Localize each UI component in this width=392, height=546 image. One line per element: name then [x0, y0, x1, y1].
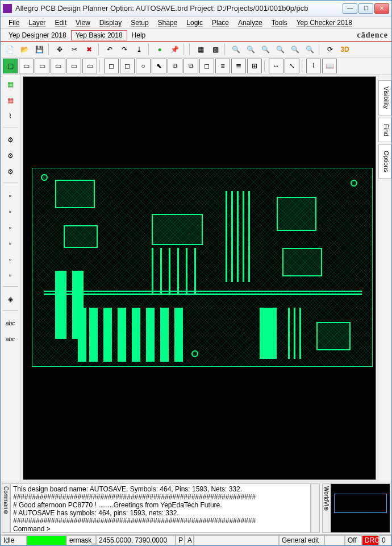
sq3-button[interactable]: ◻: [199, 59, 214, 73]
zoom-world-button[interactable]: 🔍: [273, 43, 287, 56]
worldview-tab[interactable]: WorldVi⊕: [322, 483, 331, 533]
book-button[interactable]: 📖: [322, 59, 337, 73]
new-button[interactable]: 📄: [3, 43, 16, 56]
separator: [184, 44, 186, 55]
route-icon: ⌇: [312, 62, 315, 70]
toolbar-main: 📄📂💾✥✂✖↶↷⤓●📌▦▩🔍🔍🔍🔍🔍🔍⟳3D: [1, 42, 391, 57]
menu-view[interactable]: View: [71, 18, 95, 28]
zoom-fit-button[interactable]: 🔍: [229, 43, 243, 56]
menu-edit[interactable]: Edit: [50, 18, 71, 28]
undo-icon: ↶: [107, 46, 112, 53]
status-mode: Idle: [1, 535, 27, 545]
right-tab-options[interactable]: Options: [378, 144, 391, 179]
console-scrollbar[interactable]: [311, 483, 320, 533]
pin-button[interactable]: 📌: [168, 43, 181, 56]
dim-h-button[interactable]: ↔: [269, 59, 283, 73]
down-button[interactable]: ⤓: [132, 43, 146, 56]
worldview-canvas[interactable]: [331, 483, 390, 533]
menu-file[interactable]: File: [4, 18, 24, 28]
comp-green-button[interactable]: ▦: [2, 77, 19, 92]
menu-display[interactable]: Display: [95, 18, 126, 28]
window-title: Allegro PCB Design Planner Option: AUTOS…: [15, 4, 343, 13]
maximize-button[interactable]: ☐: [358, 3, 373, 14]
design-canvas[interactable]: [23, 76, 376, 480]
3d-button[interactable]: 3D: [338, 43, 352, 56]
rect5-button[interactable]: ▭: [82, 59, 97, 73]
status-p-button[interactable]: P: [176, 535, 185, 545]
menu-yep-basic-2018[interactable]: Yep Basic 2018: [71, 30, 127, 40]
g1-button[interactable]: ▫: [2, 188, 19, 203]
sq1-button[interactable]: ◻: [104, 59, 119, 73]
right-tab-visibility[interactable]: Visibility: [378, 80, 391, 115]
g6-button[interactable]: ▫: [2, 268, 19, 283]
comp-wire-icon: ⌇: [9, 112, 12, 120]
dim-diag-button[interactable]: ⤡: [285, 59, 299, 73]
g4-button[interactable]: ▫: [2, 236, 19, 251]
tool-b-button[interactable]: ⚙: [2, 148, 19, 163]
grp-button[interactable]: ⊞: [247, 59, 262, 73]
rect4-button[interactable]: ▭: [66, 59, 81, 73]
txt-abc2-button[interactable]: abc: [2, 332, 19, 346]
menu-help[interactable]: Help: [127, 30, 151, 40]
align1-button[interactable]: ≡: [215, 59, 230, 73]
zoom-sel-button[interactable]: 🔍: [303, 43, 316, 56]
sphere-button[interactable]: ●: [153, 43, 166, 56]
redo-button[interactable]: ↷: [118, 43, 131, 56]
cut-button[interactable]: ✂: [68, 43, 81, 56]
route-button[interactable]: ⌇: [306, 59, 321, 73]
menu-yep-designer-2018[interactable]: Yep Designer 2018: [4, 30, 71, 40]
grid2-button[interactable]: ▩: [208, 43, 222, 56]
save-button[interactable]: 💾: [32, 43, 46, 56]
align2-button[interactable]: ≣: [231, 59, 246, 73]
zoom-in-button[interactable]: 🔍: [244, 43, 257, 56]
status-a-button[interactable]: A: [185, 535, 194, 545]
zoom-out-button[interactable]: 🔍: [258, 43, 272, 56]
move-button[interactable]: ✥: [53, 43, 66, 56]
menu-place[interactable]: Place: [207, 18, 233, 28]
delete-button[interactable]: ✖: [82, 43, 96, 56]
console-tab[interactable]: Comman⊕: [2, 483, 10, 533]
separator: [3, 183, 18, 185]
comp-red-button[interactable]: ▦: [2, 93, 19, 107]
rect2-button[interactable]: ▭: [35, 59, 49, 73]
arrow-button[interactable]: ⬉: [152, 59, 166, 73]
menu-setup[interactable]: Setup: [126, 18, 153, 28]
status-edit-mode[interactable]: General edit: [279, 535, 324, 545]
zoom-prev-icon: 🔍: [291, 46, 299, 53]
g5-button[interactable]: ▫: [2, 252, 19, 267]
extents-green-button[interactable]: ▢: [3, 59, 18, 73]
undo-button[interactable]: ↶: [103, 43, 116, 56]
sq2-button[interactable]: ◻: [120, 59, 135, 73]
conn-button[interactable]: ◈: [2, 292, 19, 307]
minimize-button[interactable]: —: [343, 3, 357, 14]
menu-analyze[interactable]: Analyze: [233, 18, 267, 28]
zoom-prev-button[interactable]: 🔍: [288, 43, 302, 56]
refresh-button[interactable]: ⟳: [323, 43, 337, 56]
menu-layer[interactable]: Layer: [24, 18, 50, 28]
rect1-button[interactable]: ▭: [19, 59, 34, 73]
copy2-button[interactable]: ⧉: [184, 59, 198, 73]
arrow-icon: ⬉: [156, 62, 162, 70]
status-drc[interactable]: DRC: [362, 535, 379, 545]
status-layer[interactable]: ermask_: [66, 535, 96, 545]
g2-button[interactable]: ▫: [2, 204, 19, 219]
circle-button[interactable]: ○: [136, 59, 151, 73]
menu-yep-checker-2018[interactable]: Yep Checker 2018: [292, 18, 357, 28]
copy1-button[interactable]: ⧉: [168, 59, 182, 73]
open-button[interactable]: 📂: [18, 43, 31, 56]
move-icon: ✥: [57, 46, 62, 53]
menu-logic[interactable]: Logic: [182, 18, 207, 28]
close-button[interactable]: ✕: [374, 3, 389, 14]
grid1-button[interactable]: ▦: [194, 43, 207, 56]
rect3-button[interactable]: ▭: [51, 59, 65, 73]
g3-button[interactable]: ▫: [2, 220, 19, 235]
console-output[interactable]: This design board name: AUTOSAVE, Symbol…: [10, 483, 311, 533]
comp-wire-button[interactable]: ⌇: [2, 109, 19, 123]
right-tab-find[interactable]: Find: [378, 118, 391, 142]
txt-abc-button[interactable]: abc: [2, 316, 19, 330]
status-onoff[interactable]: Off: [345, 535, 362, 545]
menu-tools[interactable]: Tools: [267, 18, 292, 28]
tool-c-button[interactable]: ⚙: [2, 164, 19, 179]
tool-a-button[interactable]: ⚙: [2, 133, 19, 147]
menu-shape[interactable]: Shape: [153, 18, 182, 28]
